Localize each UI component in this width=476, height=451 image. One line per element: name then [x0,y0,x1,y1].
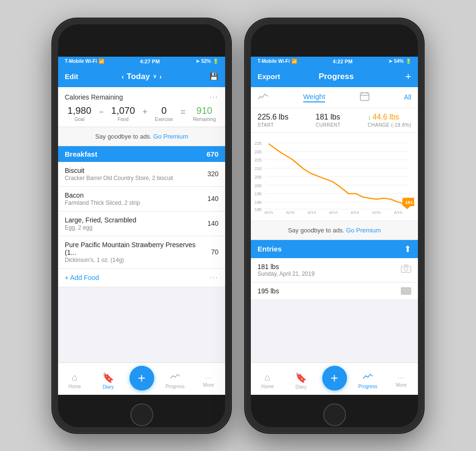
premium-link-1[interactable]: Go Premium [153,133,188,140]
svg-text:6/10: 6/10 [329,210,337,213]
tab-diary-1[interactable]: 🔖 Diary [91,368,125,390]
camera-icon-1[interactable] [401,287,411,295]
tab-diary-2[interactable]: 🔖 Diary [284,368,317,390]
food-desc-2: Egg, 2 egg [65,224,136,231]
svg-text:200: 200 [255,183,262,188]
calories-section: Calories Remaining ··· 1,980 Goal − 1,07… [58,87,225,127]
cal-food: 1,070 Food [111,105,135,122]
tab-more-2[interactable]: ··· More [385,370,418,388]
tab-add-2[interactable]: + [317,367,351,391]
premium-link-2[interactable]: Go Premium [346,227,381,234]
status-bar-1: T-Mobile Wi-Fi 📶 4:27 PM ➤ 52% 🔋 [58,57,225,66]
nav-right-1[interactable]: 💾 [199,72,218,81]
diary-icon-2: 🔖 [295,372,307,383]
food-item-3[interactable]: Pure Pacific Mountain Strawberry Preserv… [58,236,225,269]
food-item-1[interactable]: Bacon Farmland Thick Sliced, 2 strip 140 [58,187,225,211]
minus-operator: − [99,107,104,117]
stat-change: ↓ 44.6 lbs CHANGE (-19.8%) [368,113,411,128]
battery-2: 54% [394,59,404,64]
all-link[interactable]: All [404,93,411,101]
phone-1: T-Mobile Wi-Fi 📶 4:27 PM ➤ 52% 🔋 Edit ‹ [52,19,231,433]
home-icon-2: ⌂ [265,372,270,383]
entry-item-1[interactable]: 195 lbs [251,282,418,300]
food-name-2: Large, Fried, Scrambled [65,216,136,224]
screen-content-2: Weight All 225.6 lbs START 181 l [251,87,418,395]
svg-text:195: 195 [255,191,262,196]
wifi-icon-2: 📶 [291,59,297,64]
food-name-3: Pure Pacific Mountain Strawberry Preserv… [65,241,202,256]
home-button-1[interactable] [130,403,153,426]
equals-operator: = [180,107,186,117]
food-item-2[interactable]: Large, Fried, Scrambled Egg, 2 egg 140 [58,211,225,236]
right-status-2: ➤ 54% 🔋 [388,59,411,64]
chart-area: 225 220 215 210 205 200 195 190 185 [251,133,418,221]
cal-goal-value: 1,980 [68,105,91,116]
svg-text:215: 215 [255,158,262,162]
camera [139,24,145,31]
camera-icon-0[interactable] [401,264,411,275]
svg-text:6/10: 6/10 [308,210,316,213]
food-cal-2: 140 [202,220,218,227]
entry-weight-0: 181 lbs [258,263,315,271]
nav-title-2: Progress [318,72,354,81]
food-cal-3: 70 [202,248,218,256]
svg-marker-24 [404,206,410,209]
tab-more-1[interactable]: ··· More [192,370,225,388]
food-name-0: Biscuit [65,167,173,174]
calories-header-title: Calories Remaining [65,93,123,101]
nav-left-1[interactable]: Edit [65,72,84,80]
phone-shell-1: T-Mobile Wi-Fi 📶 4:27 PM ➤ 52% 🔋 Edit ‹ [52,19,231,433]
dropdown-icon[interactable]: ∨ [153,73,157,80]
entries-title: Entries [258,245,282,253]
add-button-1[interactable]: + [129,366,154,391]
svg-text:6/10: 6/10 [265,210,273,213]
stat-start-label: START [258,122,288,128]
add-food-btn[interactable]: + Add Food [65,274,99,281]
calories-header: Calories Remaining ··· [65,93,218,101]
nav-right-2[interactable]: + [392,70,411,83]
tab-home-2[interactable]: ⌂ Home [251,368,284,389]
breakfast-header: Breakfast 670 [58,146,225,162]
svg-text:6/10: 6/10 [373,210,381,213]
tab-bar-1: ⌂ Home 🔖 Diary + Progress [58,362,225,395]
phone-inner-2: T-Mobile Wi-Fi 📶 4:22 PM ➤ 54% 🔋 Export … [251,24,418,427]
phone-inner-1: T-Mobile Wi-Fi 📶 4:27 PM ➤ 52% 🔋 Edit ‹ [58,24,225,427]
nav-left-2[interactable]: Export [258,72,280,80]
entry-date-0: Sunday, April 21, 2019 [258,271,315,277]
time-2: 4:22 PM [333,59,353,64]
share-icon[interactable]: ⬆ [404,244,411,254]
calories-dots[interactable]: ··· [209,93,218,101]
tab-add-1[interactable]: + [125,367,158,391]
tab-more-label-2: More [396,382,407,388]
cal-remaining-value: 910 [197,105,212,116]
svg-text:220: 220 [255,149,262,154]
home-button-2[interactable] [323,403,346,426]
add-food-dots[interactable]: ··· [209,273,218,282]
stat-current-value: 181 lbs [316,113,340,121]
cal-exercise-label: Exercise [155,117,173,122]
camera-2 [331,24,338,31]
diary-icon-1: 🔖 [102,372,114,383]
entry-item-0[interactable]: 181 lbs Sunday, April 21, 2019 [251,258,418,282]
screen-content-1: Calories Remaining ··· 1,980 Goal − 1,07… [58,87,225,395]
weight-tab[interactable]: Weight [303,92,325,102]
line-chart-icon[interactable] [258,91,269,103]
food-desc-3: Dickinson's, 1 oz. (14g) [65,257,202,263]
tab-progress-1[interactable]: Progress [159,368,192,389]
status-bar-2: T-Mobile Wi-Fi 📶 4:22 PM ➤ 54% 🔋 [251,57,418,66]
add-food-row[interactable]: + Add Food ··· [58,269,225,287]
nav-title-1: Today [127,72,150,81]
chevron-right-icon[interactable]: › [159,73,162,80]
entry-weight-1: 195 lbs [258,287,279,295]
food-item-0[interactable]: Biscuit Cracker Barrel Old Country Store… [58,162,225,187]
breakfast-title: Breakfast [65,150,97,158]
add-button-2[interactable]: + [322,366,347,391]
calendar-icon[interactable] [359,91,370,104]
stats-row: 225.6 lbs START 181 lbs CURRENT ↓ 44.6 l… [251,108,418,133]
svg-text:225: 225 [255,140,262,145]
tab-home-1[interactable]: ⌂ Home [58,368,91,389]
tab-home-label-2: Home [261,384,274,389]
tab-progress-2[interactable]: Progress [351,368,385,389]
stat-current: 181 lbs CURRENT [316,113,340,128]
chevron-left-icon[interactable]: ‹ [121,73,124,80]
